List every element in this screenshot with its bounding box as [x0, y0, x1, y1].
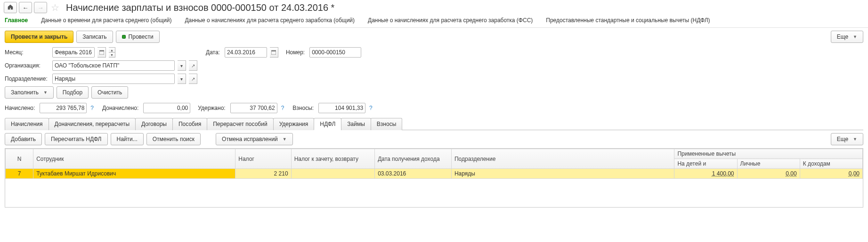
- chevron-down-icon: ▼: [853, 34, 857, 39]
- post-label: Провести: [129, 33, 154, 40]
- cancel-find-label: Отменить поиск: [153, 136, 195, 142]
- cell-income-date[interactable]: 03.03.2016: [375, 169, 452, 179]
- tab-accruals[interactable]: Начисления: [5, 118, 49, 130]
- accrued-value: 293 765,78: [40, 103, 87, 113]
- recalc-ndfl-label: Пересчитать НДФЛ: [51, 136, 101, 142]
- fill-label: Заполнить: [11, 89, 39, 96]
- dept-field[interactable]: Наряды: [52, 74, 175, 84]
- date-label: Дата:: [206, 49, 220, 56]
- pick-button[interactable]: Подбор: [57, 86, 89, 99]
- col-employee[interactable]: Сотрудник: [33, 149, 235, 169]
- back-button[interactable]: ←: [19, 2, 32, 13]
- withheld-value: 37 700,62: [230, 103, 277, 113]
- save-button[interactable]: Записать: [76, 31, 113, 43]
- col-applied-deductions[interactable]: Примененные вычеты: [674, 149, 863, 159]
- subtab-avg-earn-fss[interactable]: Данные о начислениях для расчета среднег…: [368, 17, 533, 24]
- number-field[interactable]: 0000-000150: [309, 47, 361, 58]
- accrued-label: Начислено:: [5, 105, 35, 111]
- col-tax[interactable]: Налог: [235, 149, 291, 169]
- chevron-up-icon[interactable]: ▲: [109, 47, 115, 52]
- tab-benefits[interactable]: Пособия: [172, 118, 207, 130]
- cell-tax-offset[interactable]: [291, 169, 375, 179]
- col-tax-offset[interactable]: Налог к зачету, возврату: [291, 149, 375, 169]
- svg-rect-1: [99, 50, 104, 51]
- cell-n[interactable]: 7: [6, 169, 33, 179]
- home-button[interactable]: [4, 2, 17, 13]
- subtab-avg-earn-general[interactable]: Данные о начислениях для расчета среднег…: [185, 17, 355, 24]
- post-and-close-button[interactable]: Провести и закрыть: [5, 31, 73, 43]
- withheld-label: Удержано:: [198, 105, 225, 111]
- col-income-date[interactable]: Дата получения дохода: [375, 149, 452, 169]
- tab-loans[interactable]: Займы: [341, 118, 371, 130]
- grid-more-button[interactable]: Еще ▼: [831, 133, 863, 145]
- dept-dropdown-icon[interactable]: ▾: [178, 74, 186, 84]
- more-button[interactable]: Еще ▼: [831, 31, 863, 43]
- month-calendar-icon[interactable]: [97, 47, 106, 58]
- find-label: Найти...: [117, 136, 138, 142]
- post-close-label: Провести и закрыть: [11, 33, 67, 40]
- tab-contracts[interactable]: Договоры: [135, 118, 173, 130]
- org-dropdown-icon[interactable]: ▾: [178, 60, 186, 71]
- table-row[interactable]: 7 Туктабаев Миршат Идрисович 2 210 03.03…: [6, 169, 863, 179]
- arrow-left-icon: ←: [23, 4, 29, 11]
- help-icon[interactable]: ?: [280, 105, 285, 111]
- children-link[interactable]: 1 400,00: [712, 170, 734, 177]
- cell-department[interactable]: Наряды: [451, 169, 674, 179]
- org-field[interactable]: ОАО "Тобольское ПАТП": [52, 60, 175, 71]
- fill-button[interactable]: Заполнить ▼: [5, 86, 54, 99]
- cell-personal[interactable]: 0,00: [737, 169, 800, 179]
- chevron-down-icon: ▼: [43, 90, 48, 95]
- personal-link[interactable]: 0,00: [786, 170, 796, 177]
- more-label: Еще: [837, 33, 848, 40]
- save-label: Записать: [82, 33, 106, 40]
- org-open-icon[interactable]: ↗: [189, 60, 197, 71]
- cancel-find-button[interactable]: Отменить поиск: [146, 133, 201, 145]
- chevron-down-icon: ▼: [853, 137, 857, 142]
- cell-tax[interactable]: 2 210: [235, 169, 291, 179]
- pick-label: Подбор: [63, 89, 82, 96]
- dept-open-icon[interactable]: ↗: [189, 74, 197, 84]
- cell-employee[interactable]: Туктабаев Миршат Идрисович: [33, 169, 235, 179]
- date-field[interactable]: 24.03.2016: [225, 47, 267, 58]
- tab-benefit-recalc[interactable]: Перерасчет пособий: [207, 118, 273, 130]
- subtab-main[interactable]: Главное: [5, 17, 28, 24]
- cell-for-children[interactable]: 1 400,00: [674, 169, 737, 179]
- forward-button[interactable]: →: [34, 2, 47, 13]
- home-icon: [7, 4, 14, 12]
- subtab-deductions[interactable]: Предоставленные стандартные и социальные…: [546, 17, 710, 24]
- month-field[interactable]: Февраль 2016: [52, 47, 95, 58]
- tab-fees[interactable]: Взносы: [371, 118, 402, 130]
- tab-recalc[interactable]: Доначисления, перерасчеты: [49, 118, 136, 130]
- tab-ndfl[interactable]: НДФЛ: [314, 118, 341, 130]
- date-calendar-icon[interactable]: [270, 47, 278, 58]
- tab-withholdings[interactable]: Удержания: [273, 118, 315, 130]
- grid-more-label: Еще: [837, 136, 848, 142]
- month-stepper[interactable]: ▲ ▼: [109, 47, 115, 58]
- post-icon: [122, 35, 126, 39]
- dept-label: Подразделение:: [5, 75, 49, 82]
- ndfl-grid[interactable]: N Сотрудник Налог Налог к зачету, возвра…: [5, 148, 863, 208]
- arrow-right-icon: →: [38, 4, 44, 11]
- subtab-avg-time[interactable]: Данные о времени для расчета среднего (о…: [41, 17, 171, 24]
- star-icon[interactable]: ☆: [51, 2, 59, 13]
- col-n[interactable]: N: [6, 149, 33, 169]
- month-label: Месяц:: [5, 49, 49, 56]
- find-button[interactable]: Найти...: [111, 133, 144, 145]
- extra-value: 0,00: [143, 103, 190, 113]
- post-button[interactable]: Провести: [116, 31, 160, 43]
- recalc-ndfl-button[interactable]: Пересчитать НДФЛ: [45, 133, 107, 145]
- col-department[interactable]: Подразделение: [451, 149, 674, 169]
- income-link[interactable]: 0,00: [849, 170, 860, 177]
- cell-to-income[interactable]: 0,00: [800, 169, 862, 179]
- clear-button[interactable]: Очистить: [91, 86, 128, 99]
- add-button[interactable]: Добавить: [5, 133, 42, 145]
- cancel-fix-button[interactable]: Отмена исправлений ▼: [216, 133, 293, 145]
- col-personal[interactable]: Личные: [737, 159, 800, 169]
- help-icon[interactable]: ?: [89, 105, 95, 111]
- number-label: Номер:: [286, 49, 305, 56]
- help-icon[interactable]: ?: [368, 105, 373, 111]
- add-label: Добавить: [11, 136, 36, 142]
- col-for-children[interactable]: На детей и: [674, 159, 737, 169]
- chevron-down-icon[interactable]: ▼: [109, 52, 115, 58]
- col-to-income[interactable]: К доходам: [800, 159, 862, 169]
